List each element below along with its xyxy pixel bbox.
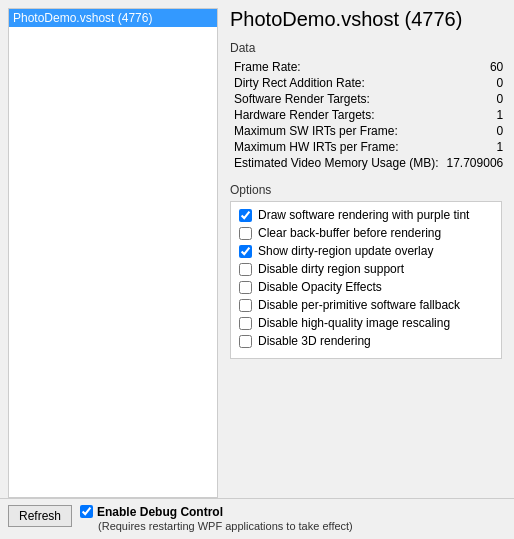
process-list: PhotoDemo.vshost (4776) [9,9,217,497]
option-label[interactable]: Show dirty-region update overlay [258,244,433,258]
left-panel: PhotoDemo.vshost (4776) [8,8,218,498]
option-item: Disable high-quality image rescaling [239,316,493,330]
option-item: Disable Opacity Effects [239,280,493,294]
refresh-button[interactable]: Refresh [8,505,72,527]
option-label[interactable]: Disable Opacity Effects [258,280,382,294]
option-checkbox[interactable] [239,299,252,312]
option-item: Disable dirty region support [239,262,493,276]
option-item: Disable 3D rendering [239,334,493,348]
options-section-label: Options [230,183,502,197]
enable-debug-checkbox[interactable] [80,505,93,518]
option-item: Draw software rendering with purple tint [239,208,493,222]
option-item: Disable per-primitive software fallback [239,298,493,312]
data-row-key: Maximum SW IRTs per Frame: [230,123,443,139]
data-row-key: Frame Rate: [230,59,443,75]
data-row: Maximum SW IRTs per Frame:0 [230,123,511,139]
option-checkbox[interactable] [239,245,252,258]
data-row: Frame Rate:60 [230,59,511,75]
data-row-value: 0 [443,123,512,139]
data-row-key: Maximum HW IRTs per Frame: [230,139,443,155]
data-row: Hardware Render Targets:1 [230,107,511,123]
option-checkbox[interactable] [239,317,252,330]
data-row-value: 0 [443,75,512,91]
page-title: PhotoDemo.vshost (4776) [230,8,502,31]
option-checkbox[interactable] [239,209,252,222]
option-item: Clear back-buffer before rendering [239,226,493,240]
option-label[interactable]: Clear back-buffer before rendering [258,226,441,240]
debug-control: Enable Debug Control (Requires restartin… [80,505,353,533]
option-label[interactable]: Disable 3D rendering [258,334,371,348]
option-item: Show dirty-region update overlay [239,244,493,258]
data-row: Estimated Video Memory Usage (MB):17.709… [230,155,511,171]
enable-debug-label[interactable]: Enable Debug Control [97,505,223,519]
option-checkbox[interactable] [239,281,252,294]
data-row-key: Hardware Render Targets: [230,107,443,123]
data-row-key: Dirty Rect Addition Rate: [230,75,443,91]
bottom-bar: Refresh Enable Debug Control (Requires r… [0,498,514,539]
option-checkbox[interactable] [239,227,252,240]
data-table: Frame Rate:60Dirty Rect Addition Rate:0S… [230,59,511,171]
data-row: Maximum HW IRTs per Frame:1 [230,139,511,155]
option-label[interactable]: Disable high-quality image rescaling [258,316,450,330]
data-row-value: 17.709006 [443,155,512,171]
data-row-value: 60 [443,59,512,75]
data-row: Dirty Rect Addition Rate:0 [230,75,511,91]
option-label[interactable]: Disable dirty region support [258,262,404,276]
data-row-key: Software Render Targets: [230,91,443,107]
right-panel: PhotoDemo.vshost (4776) Data Frame Rate:… [218,0,514,498]
option-checkbox[interactable] [239,335,252,348]
options-section: Draw software rendering with purple tint… [230,201,502,359]
data-row-value: 1 [443,139,512,155]
main-container: PhotoDemo.vshost (4776) PhotoDemo.vshost… [0,0,514,498]
debug-control-note: (Requires restarting WPF applications to… [80,519,353,533]
data-section-label: Data [230,41,502,55]
data-row-key: Estimated Video Memory Usage (MB): [230,155,443,171]
option-label[interactable]: Disable per-primitive software fallback [258,298,460,312]
debug-control-row: Enable Debug Control [80,505,353,519]
data-row: Software Render Targets:0 [230,91,511,107]
option-label[interactable]: Draw software rendering with purple tint [258,208,469,222]
process-item[interactable]: PhotoDemo.vshost (4776) [9,9,217,27]
data-row-value: 0 [443,91,512,107]
data-row-value: 1 [443,107,512,123]
option-checkbox[interactable] [239,263,252,276]
